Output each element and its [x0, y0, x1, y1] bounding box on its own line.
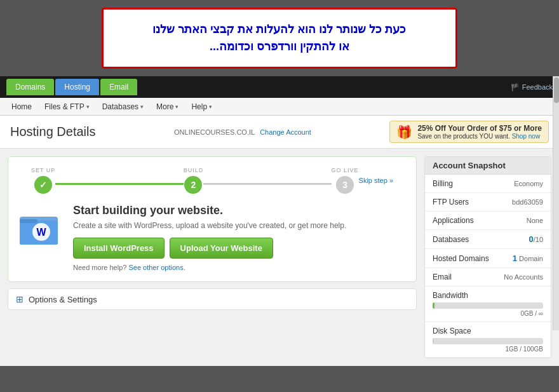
nav-files-ftp[interactable]: Files & FTP ▾	[38, 100, 96, 114]
account-snapshot-box: Account Snapshot Billing Economy FTP Use…	[424, 156, 551, 358]
flag-icon: 🏴	[511, 83, 520, 91]
disk-bar-track	[433, 338, 543, 344]
step-golive-circle: 3	[336, 176, 354, 194]
bandwidth-bar-fill	[433, 302, 434, 309]
snapshot-row-ftp: FTP Users bdd63059	[425, 193, 551, 212]
disk-bar-fill	[433, 338, 434, 344]
plus-icon: ⊞	[16, 294, 24, 304]
left-panel: SET UP ✓ BUILD 2 GO LIVE 3 Skip step »	[8, 156, 417, 358]
snapshot-row-applications: Applications None	[425, 212, 551, 230]
feedback-link[interactable]: 🏴 Feedback	[511, 83, 553, 91]
promo-main-text: 25% Off Your Order of $75 or More	[417, 124, 542, 133]
see-options-link[interactable]: See other options.	[128, 264, 185, 271]
scrollbar-track[interactable]	[553, 76, 559, 330]
page-header: Hosting Details ONLINECOURSES.CO.IL Chan…	[0, 116, 559, 149]
nav-tabs: Domains Hosting Email	[6, 79, 137, 95]
nav-help[interactable]: Help ▾	[185, 100, 219, 114]
step-setup-label: SET UP	[31, 167, 55, 173]
svg-text:W: W	[36, 227, 46, 238]
promo-text-block: 25% Off Your Order of $75 or More Save o…	[417, 124, 542, 140]
connector-2	[203, 183, 331, 185]
bandwidth-value: 0GB / ∞	[433, 310, 543, 317]
chevron-down-icon: ▾	[175, 104, 178, 110]
step-build-label: BUILD	[184, 167, 204, 173]
build-heading: Start building your website.	[73, 204, 346, 217]
connector-1	[55, 183, 183, 185]
build-section: W Start building your website. Create a …	[18, 204, 406, 271]
feedback-label: Feedback	[522, 83, 553, 91]
options-panel[interactable]: ⊞ Options & Settings	[8, 288, 417, 310]
chevron-down-icon: ▾	[140, 104, 144, 110]
alert-box: כעת כל שנותר לנו הוא להעלות את קבצי האתר…	[102, 8, 457, 69]
content-layout: SET UP ✓ BUILD 2 GO LIVE 3 Skip step »	[0, 149, 559, 366]
step-setup-circle: ✓	[34, 176, 52, 194]
chevron-down-icon: ▾	[209, 104, 212, 110]
snapshot-row-bandwidth: Bandwidth 0GB / ∞	[425, 287, 551, 322]
build-buttons: Install WordPress Upload Your Website	[73, 238, 346, 259]
change-account-link[interactable]: Change Account	[260, 128, 311, 136]
nav-tab-domains[interactable]: Domains	[6, 79, 54, 95]
nav-databases[interactable]: Databases ▾	[96, 100, 150, 114]
page-title: Hosting Details	[10, 125, 96, 139]
alert-text-line1: כעת כל שנותר לנו הוא להעלות את קבצי האתר…	[119, 21, 440, 38]
account-info: ONLINECOURSES.CO.IL Change Account	[174, 128, 311, 136]
bandwidth-bar-track	[433, 302, 543, 309]
top-nav-bar: Domains Hosting Email 🏴 Feedback	[0, 76, 559, 98]
nav-tab-hosting[interactable]: Hosting	[55, 79, 99, 95]
bandwidth-bar-container: 0GB / ∞	[433, 302, 543, 317]
nav-home[interactable]: Home	[5, 100, 38, 114]
gift-icon: 🎁	[396, 125, 412, 140]
scrollbar-thumb[interactable]	[554, 78, 559, 103]
snapshot-title: Account Snapshot	[425, 157, 551, 175]
nav-tab-email[interactable]: Email	[100, 79, 137, 95]
snapshot-row-databases: Databases 0/10	[425, 230, 551, 249]
upload-website-button[interactable]: Upload Your Website	[170, 238, 273, 259]
chevron-down-icon: ▾	[86, 104, 90, 110]
second-nav-bar: Home Files & FTP ▾ Databases ▾ More ▾ He…	[0, 98, 559, 116]
step-setup: SET UP ✓	[31, 167, 55, 194]
snapshot-row-hosted-domains: Hosted Domains 1 Domain	[425, 249, 551, 268]
install-wordpress-button[interactable]: Install WordPress	[73, 238, 165, 259]
promo-sub-text: Save on the products YOU want. Shop now	[417, 133, 542, 140]
more-help-text: Need more help? See other options.	[73, 264, 346, 271]
disk-value: 1GB / 100GB	[433, 346, 543, 353]
alert-text-line2: או להתקין וורדפרס וכדומה...	[119, 38, 440, 55]
step-build-circle: 2	[184, 176, 202, 194]
skip-step-link[interactable]: Skip step »	[359, 177, 393, 184]
step-golive: GO LIVE 3	[332, 167, 359, 194]
build-description: Create a site with WordPress, upload a w…	[73, 221, 346, 230]
promo-banner: 🎁 25% Off Your Order of $75 or More Save…	[389, 121, 549, 143]
steps-row: SET UP ✓ BUILD 2 GO LIVE 3 Skip step »	[18, 167, 406, 194]
snapshot-row-email: Email No Accounts	[425, 268, 551, 287]
snapshot-row-billing: Billing Economy	[425, 175, 551, 193]
nav-more[interactable]: More ▾	[150, 100, 185, 114]
svg-rect-2	[20, 219, 37, 223]
main-content: Hosting Details ONLINECOURSES.CO.IL Chan…	[0, 116, 559, 366]
step-build: BUILD 2	[184, 167, 204, 194]
step-golive-label: GO LIVE	[332, 167, 359, 173]
account-domain: ONLINECOURSES.CO.IL	[174, 128, 255, 136]
shop-now-link[interactable]: Shop now	[512, 133, 540, 140]
right-panel: Account Snapshot Billing Economy FTP Use…	[424, 156, 551, 358]
snapshot-row-disk-space: Disk Space 1GB / 100GB	[425, 322, 551, 358]
wordpress-folder-icon: W	[18, 204, 63, 255]
build-content: Start building your website. Create a si…	[73, 204, 346, 271]
disk-bar-container: 1GB / 100GB	[433, 338, 543, 353]
progress-container: SET UP ✓ BUILD 2 GO LIVE 3 Skip step »	[8, 156, 417, 282]
options-label: Options & Settings	[29, 295, 97, 304]
